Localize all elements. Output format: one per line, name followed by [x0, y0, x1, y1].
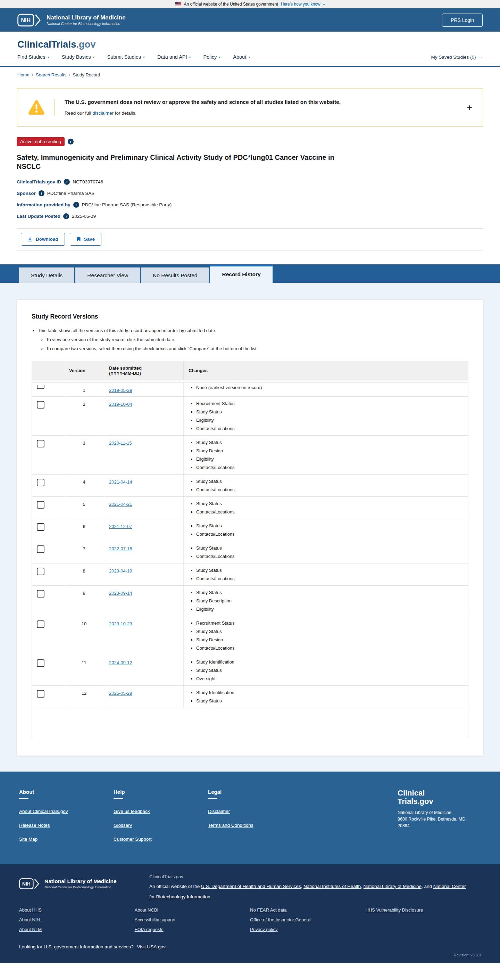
footer-wordmark-line2: Trials.gov — [398, 797, 481, 806]
expand-plus-icon[interactable]: + — [467, 103, 472, 112]
tab-study-details[interactable]: Study Details — [19, 267, 74, 283]
version-checkbox[interactable] — [37, 690, 44, 698]
agency-footer-link-about-nlm[interactable]: About NLM — [19, 927, 135, 932]
checkbox-wrap — [37, 501, 59, 509]
save-label: Save — [84, 237, 95, 242]
agency-footer-link-foia-requests[interactable]: FOIA requests — [135, 927, 250, 932]
agency-footer-link-privacy-policy[interactable]: Privacy policy — [250, 927, 366, 932]
note-item: This table shows all the versions of thi… — [38, 328, 468, 333]
heading-underline — [19, 798, 29, 799]
agency-footer-link-about-ncbi[interactable]: About NCBI — [135, 907, 250, 913]
version-checkbox[interactable] — [37, 659, 44, 667]
date-header-line1: Date submitted — [109, 366, 178, 371]
nav-item-submit-studies[interactable]: Submit Studies — [107, 54, 145, 60]
checkbox-wrap — [37, 479, 59, 486]
version-checkbox[interactable] — [37, 479, 44, 486]
version-column-header: Version — [64, 361, 104, 380]
footer-link-terms-and-conditions[interactable]: Terms and Conditions — [208, 822, 302, 828]
usa-gov-row: Looking for U.S. government information … — [19, 944, 481, 950]
date-link[interactable]: 2019-10-04 — [109, 402, 132, 407]
breadcrumb-separator: › — [32, 72, 33, 78]
footer-link-customer-support[interactable]: Customer Support — [114, 837, 208, 842]
table-row: 42021-04-14Study StatusContacts/Location… — [32, 474, 468, 496]
disclaimer-link[interactable]: disclaimer — [92, 110, 114, 116]
header-org-block: National Library of Medicine National Ce… — [46, 14, 126, 26]
usa-gov-link[interactable]: Visit USA.gov — [137, 944, 165, 950]
date-cell: 2019-05-29 — [104, 382, 184, 396]
saved-studies-link[interactable]: My Saved Studies (0)→ — [431, 54, 483, 60]
footer-link-disclaimer[interactable]: Disclaimer — [208, 809, 302, 814]
date-link[interactable]: 2019-05-29 — [109, 388, 132, 393]
study-meta: ClinicalTrials.gov IDNCT03970746SponsorP… — [17, 179, 483, 219]
tab-record-history[interactable]: Record History — [210, 265, 272, 283]
agency-link-national-library-of-medicine[interactable]: National Library of Medicine — [363, 884, 422, 889]
footer-link-about-clinicaltrials-gov[interactable]: About ClinicalTrials.gov — [19, 809, 114, 814]
nav-item-about[interactable]: About — [233, 54, 250, 60]
footer-link-give-us-feedback[interactable]: Give us feedback — [114, 809, 208, 814]
agency-text: , — [301, 884, 303, 889]
version-checkbox[interactable] — [37, 385, 44, 389]
footer-site-name: ClinicalTrials.gov — [149, 874, 469, 879]
version-checkbox[interactable] — [37, 568, 44, 575]
breadcrumb-home[interactable]: Home — [17, 72, 30, 78]
change-item: Study Status — [196, 409, 463, 414]
footer-column-about: AboutAbout ClinicalTrials.govRelease Not… — [19, 789, 114, 850]
date-cell: 2024-09-12 — [104, 655, 184, 686]
date-link[interactable]: 2022-07-18 — [109, 546, 132, 551]
record-tabs: Study DetailsResearcher ViewNo Results P… — [0, 264, 500, 283]
agency-footer-link-office-of-the-inspector-general[interactable]: Office of the Inspector General — [250, 917, 366, 922]
agency-footer-link-about-nih[interactable]: About NIH — [19, 917, 135, 922]
version-checkbox[interactable] — [37, 546, 44, 553]
version-checkbox[interactable] — [37, 590, 44, 598]
footer-link-glossary[interactable]: Glossary — [114, 822, 208, 828]
footer-link-site-map[interactable]: Site Map — [19, 837, 114, 842]
version-checkbox[interactable] — [37, 440, 44, 447]
agency-text: . — [210, 894, 212, 899]
prs-login-button[interactable]: PRS Login — [442, 14, 483, 27]
nav-item-policy[interactable]: Policy — [203, 54, 221, 60]
date-cell: 2023-04-19 — [104, 563, 184, 585]
tab-no-results-posted[interactable]: No Results Posted — [141, 267, 209, 283]
study-record-versions-card: Study Record Versions This table shows a… — [17, 299, 483, 756]
table-row: 12019-05-29None (earliest version on rec… — [32, 382, 468, 396]
save-button[interactable]: Save — [70, 233, 102, 246]
meta-label: Last Update Posted — [17, 214, 60, 219]
info-icon[interactable] — [68, 138, 74, 145]
agency-link-u-s-department-of-health-and-human-services[interactable]: U.S. Department of Health and Human Serv… — [201, 884, 301, 889]
nav-item-study-basics[interactable]: Study Basics — [62, 54, 95, 60]
nav-item-find-studies[interactable]: Find Studies — [17, 54, 49, 60]
how-you-know-link[interactable]: Here's how you know — [281, 2, 321, 6]
date-link[interactable]: 2023-09-14 — [109, 590, 132, 596]
date-link[interactable]: 2021-04-14 — [109, 479, 132, 485]
version-cell: 3 — [64, 435, 104, 474]
footer-link-release-notes[interactable]: Release Notes — [19, 822, 114, 828]
agency-footer-link-hhs-vulnerability-disclosure[interactable]: HHS Vulnerability Disclosure — [366, 907, 481, 913]
date-link[interactable]: 2024-09-12 — [109, 660, 132, 665]
info-icon[interactable] — [73, 202, 79, 208]
date-link[interactable]: 2021-12-07 — [109, 524, 132, 529]
info-icon[interactable] — [63, 213, 69, 219]
info-icon[interactable] — [64, 179, 70, 185]
version-checkbox[interactable] — [37, 401, 44, 409]
version-checkbox[interactable] — [37, 620, 44, 628]
info-icon[interactable] — [38, 190, 44, 196]
agency-links-column-4: HHS Vulnerability Disclosure — [366, 907, 481, 937]
agency-link-national-institutes-of-health[interactable]: National Institutes of Health — [303, 884, 361, 889]
nav-item-data-and-api[interactable]: Data and API — [157, 54, 190, 60]
date-link[interactable]: 2023-10-23 — [109, 621, 132, 626]
version-checkbox[interactable] — [37, 501, 44, 509]
download-button[interactable]: Download — [21, 233, 65, 246]
agency-footer-link-accessibility-support[interactable]: Accessibility support — [135, 917, 250, 922]
date-link[interactable]: 2021-04-21 — [109, 502, 132, 507]
change-item: Contacts/Locations — [196, 509, 463, 514]
version-checkbox[interactable] — [37, 523, 44, 531]
date-link[interactable]: 2025-05-28 — [109, 690, 132, 696]
tab-researcher-view[interactable]: Researcher View — [75, 267, 140, 283]
agency-footer-link-about-hhs[interactable]: About HHS — [19, 907, 135, 913]
date-link[interactable]: 2023-04-19 — [109, 568, 132, 574]
change-item: Study Status — [196, 629, 463, 634]
breadcrumb-search-results[interactable]: Search Results — [36, 72, 66, 78]
agency-footer-link-no-fear-act-data[interactable]: No FEAR Act data — [250, 907, 366, 913]
table-footer-area — [32, 708, 468, 738]
date-link[interactable]: 2020-11-15 — [109, 441, 132, 446]
